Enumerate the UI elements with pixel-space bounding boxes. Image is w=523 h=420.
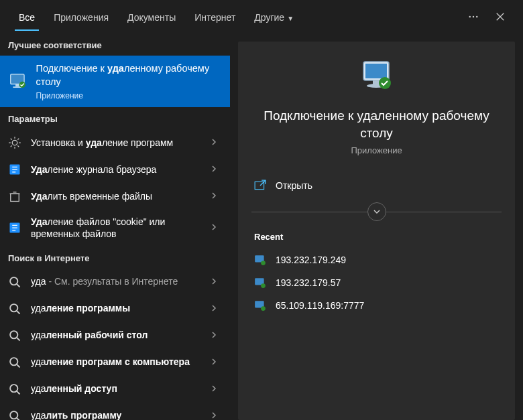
open-icon <box>254 180 266 192</box>
result-label: уда - См. результаты в Интернете <box>31 275 211 287</box>
svg-rect-4 <box>15 84 19 86</box>
web-result-1[interactable]: удаление программы <box>0 295 230 322</box>
svg-point-12 <box>10 304 17 311</box>
best-match-header: Лучшее соответствие <box>0 33 230 56</box>
search-icon <box>8 275 21 289</box>
result-label: удаление программы <box>31 302 211 314</box>
settings-header: Параметры <box>0 107 230 129</box>
chevron-right-icon <box>211 137 222 148</box>
rdp-app-icon-large <box>358 58 396 95</box>
recent-header: Recent <box>254 232 502 242</box>
svg-point-16 <box>10 411 17 419</box>
search-icon <box>8 302 21 316</box>
expand-button[interactable] <box>367 202 386 221</box>
result-label: Удаление файлов "cookie" или временных ф… <box>31 216 211 240</box>
recent-connection-0[interactable]: 193.232.179.249 <box>251 249 502 271</box>
result-label: Удаление журнала браузера <box>31 163 211 176</box>
recent-connection-label: 193.232.179.57 <box>276 277 341 288</box>
filter-tab-2[interactable]: Документы <box>118 3 185 31</box>
chevron-right-icon <box>211 277 222 287</box>
svg-point-11 <box>10 277 17 285</box>
preview-pane: Подключение к удаленному рабочему столу … <box>238 42 515 420</box>
result-label: удаленный доступ <box>31 382 211 395</box>
web-result-4[interactable]: удаленный доступ <box>0 376 230 403</box>
more-options-button[interactable] <box>460 3 487 30</box>
search-icon <box>8 356 21 369</box>
expand-divider <box>251 202 502 221</box>
settings-result-2[interactable]: Удалить временные файлы <box>0 183 230 210</box>
svg-point-7 <box>12 140 17 145</box>
chevron-right-icon <box>211 222 222 233</box>
rdp-small-icon <box>254 299 266 311</box>
svg-point-13 <box>10 331 17 338</box>
chevron-right-icon <box>211 357 222 368</box>
result-label: Удалить временные файлы <box>31 190 211 202</box>
svg-point-0 <box>469 16 471 17</box>
chevron-right-icon <box>211 411 222 421</box>
svg-point-14 <box>10 358 17 365</box>
filter-tab-0[interactable]: Все <box>9 3 44 31</box>
svg-rect-18 <box>365 64 387 78</box>
recent-connection-label: 65.109.119.169:7777 <box>276 300 364 311</box>
recent-connection-label: 193.232.179.249 <box>276 255 346 265</box>
svg-point-24 <box>261 261 266 265</box>
chevron-right-icon <box>211 191 222 202</box>
rdp-app-icon <box>8 71 28 92</box>
sweep-icon <box>8 221 21 234</box>
web-result-3[interactable]: удаление программ с компьютера <box>0 349 230 376</box>
filter-tab-1[interactable]: Приложения <box>44 3 118 31</box>
best-match-subtitle: Приложение <box>36 91 222 100</box>
result-label: удаление программ с компьютера <box>31 356 211 368</box>
web-search-header: Поиск в Интернете <box>0 247 230 269</box>
chevron-down-icon <box>373 208 381 216</box>
svg-rect-9 <box>11 194 19 201</box>
result-label: удалить программу <box>31 409 211 420</box>
rdp-small-icon <box>254 277 266 289</box>
web-result-2[interactable]: удаленный рабочий стол <box>0 322 230 349</box>
settings-list: Установка и удаление программУдаление жу… <box>0 129 230 246</box>
result-label: удаленный рабочий стол <box>31 329 211 341</box>
settings-result-0[interactable]: Установка и удаление программ <box>0 129 230 156</box>
filter-tabs: ВсеПриложенияДокументыИнтернетДругие▼ <box>9 3 303 31</box>
search-icon <box>8 409 21 421</box>
chevron-right-icon <box>211 330 222 341</box>
chevron-down-icon: ▼ <box>287 15 294 22</box>
best-match-title: Подключение к удаленному рабочему столу <box>36 62 222 88</box>
web-search-list: уда - См. результаты в Интернетеудаление… <box>0 269 230 421</box>
close-button[interactable] <box>487 3 514 30</box>
chevron-right-icon <box>211 164 222 175</box>
svg-point-2 <box>476 16 477 17</box>
open-label: Открыть <box>276 180 312 191</box>
search-icon <box>8 329 21 342</box>
svg-point-28 <box>261 306 266 311</box>
svg-point-15 <box>10 384 17 392</box>
filter-tab-4[interactable]: Другие▼ <box>245 3 303 31</box>
svg-point-1 <box>473 16 474 17</box>
preview-subtitle: Приложение <box>251 145 502 155</box>
settings-result-3[interactable]: Удаление файлов "cookie" или временных ф… <box>0 210 230 246</box>
svg-point-26 <box>261 283 266 288</box>
top-bar: ВсеПриложенияДокументыИнтернетДругие▼ <box>0 0 523 33</box>
rdp-small-icon <box>254 254 266 266</box>
best-match-result[interactable]: Подключение к удаленному рабочему столу … <box>0 56 230 107</box>
recent-connection-1[interactable]: 193.232.179.57 <box>251 271 502 294</box>
preview-title: Подключение к удаленному рабочему столу <box>251 107 502 141</box>
sweep-icon <box>8 163 21 176</box>
web-result-5[interactable]: удалить программу <box>0 403 230 421</box>
trash-icon <box>8 190 21 203</box>
web-result-0[interactable]: уда - См. результаты в Интернете <box>0 269 230 295</box>
result-label: Установка и удаление программ <box>31 137 211 149</box>
results-pane: Лучшее соответствие Подключение к удален… <box>0 33 230 420</box>
filter-tab-3[interactable]: Интернет <box>185 3 245 31</box>
chevron-right-icon <box>211 384 222 395</box>
open-action[interactable]: Открыть <box>251 171 502 200</box>
settings-result-1[interactable]: Удаление журнала браузера <box>0 156 230 183</box>
recent-connection-2[interactable]: 65.109.119.169:7777 <box>251 294 502 317</box>
gear-icon <box>8 136 21 149</box>
chevron-right-icon <box>211 303 222 314</box>
recent-list: 193.232.179.249193.232.179.5765.109.119.… <box>251 249 502 317</box>
search-icon <box>8 382 21 396</box>
